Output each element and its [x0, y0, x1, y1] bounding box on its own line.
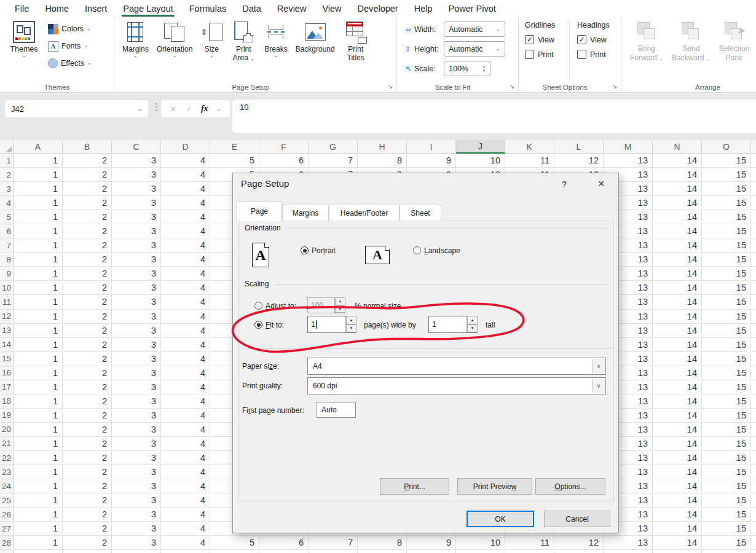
cell-C2[interactable]: 3: [112, 168, 161, 182]
cell-C11[interactable]: 3: [112, 295, 161, 309]
cell-partial[interactable]: [751, 366, 756, 380]
row-header-29[interactable]: 29: [0, 550, 14, 553]
row-header-20[interactable]: 20: [0, 423, 14, 437]
ribbon-tab-developer[interactable]: Developer: [350, 0, 406, 17]
cell-A8[interactable]: 1: [14, 253, 63, 267]
cell-C8[interactable]: 3: [112, 253, 161, 267]
cell-A17[interactable]: 1: [14, 380, 63, 394]
options-button[interactable]: Options...: [535, 478, 605, 495]
cell-K1[interactable]: 11: [505, 154, 554, 168]
chevron-down-icon[interactable]: ⌄: [217, 106, 221, 112]
cell-F28[interactable]: 6: [259, 536, 309, 550]
cell-B25[interactable]: 2: [63, 493, 112, 508]
cell-A29[interactable]: 1: [14, 550, 63, 553]
column-header-N[interactable]: N: [653, 140, 702, 154]
cell-D2[interactable]: 4: [161, 168, 210, 182]
cell-C18[interactable]: 3: [112, 394, 161, 409]
cell-D10[interactable]: 4: [161, 281, 210, 295]
cell-C5[interactable]: 3: [112, 210, 161, 224]
cell-J28[interactable]: 10: [456, 536, 505, 550]
column-header-O[interactable]: O: [702, 140, 751, 154]
row-header-15[interactable]: 15: [0, 352, 14, 366]
cell-D7[interactable]: 4: [161, 238, 210, 253]
cell-G1[interactable]: 7: [309, 154, 358, 168]
cell-B21[interactable]: 2: [63, 437, 112, 451]
row-header-17[interactable]: 17: [0, 380, 14, 394]
cell-partial[interactable]: [751, 394, 756, 409]
cell-C28[interactable]: 3: [112, 536, 161, 550]
column-header-D[interactable]: D: [161, 140, 210, 154]
cell-C17[interactable]: 3: [112, 380, 161, 394]
cell-M28[interactable]: 13: [604, 536, 653, 550]
effects-button[interactable]: Effects ⌄: [48, 57, 92, 70]
adjust-to-spinner[interactable]: 100 ▲▼: [307, 297, 345, 313]
cell-B24[interactable]: 2: [63, 479, 112, 493]
cell-B19[interactable]: 2: [63, 409, 112, 423]
cell-partial[interactable]: [751, 310, 756, 324]
cell-partial[interactable]: [751, 267, 756, 281]
row-header-22[interactable]: 22: [0, 451, 14, 465]
cell-I28[interactable]: 9: [407, 536, 456, 550]
tab-margins[interactable]: Margins: [282, 205, 329, 221]
cell-O10[interactable]: 15: [702, 281, 751, 295]
cell-partial[interactable]: [751, 465, 756, 479]
print-titles-button[interactable]: Print Titles: [340, 20, 372, 80]
cell-C13[interactable]: 3: [112, 324, 161, 338]
cell-O6[interactable]: 15: [702, 224, 751, 238]
cell-N4[interactable]: 14: [653, 196, 702, 210]
cell-A1[interactable]: 1: [14, 154, 63, 168]
column-header-C[interactable]: C: [112, 140, 161, 154]
cell-D25[interactable]: 4: [161, 493, 210, 508]
cell-O15[interactable]: 15: [702, 352, 751, 366]
cell-partial[interactable]: [751, 550, 756, 553]
cell-N2[interactable]: 14: [653, 168, 702, 182]
cell-O14[interactable]: 15: [702, 338, 751, 352]
cell-partial[interactable]: [751, 380, 756, 394]
cell-partial[interactable]: [751, 437, 756, 451]
cell-partial[interactable]: [751, 154, 756, 168]
cell-partial[interactable]: [751, 409, 756, 423]
cell-O20[interactable]: 15: [702, 423, 751, 437]
print-quality-dropdown[interactable]: 600 dpi ∨: [307, 377, 606, 394]
cell-C4[interactable]: 3: [112, 196, 161, 210]
cell-partial[interactable]: [751, 210, 756, 224]
close-icon[interactable]: ✕: [588, 176, 614, 192]
cell-partial[interactable]: [751, 536, 756, 550]
cell-B3[interactable]: 2: [63, 182, 112, 196]
cell-A12[interactable]: 1: [14, 310, 63, 324]
cell-N15[interactable]: 14: [653, 352, 702, 366]
column-header-K[interactable]: K: [505, 140, 554, 154]
cell-D21[interactable]: 4: [161, 437, 210, 451]
cell-C19[interactable]: 3: [112, 409, 161, 423]
cell-D22[interactable]: 4: [161, 451, 210, 465]
chevron-down-icon[interactable]: ⌄: [137, 106, 142, 112]
cell-A3[interactable]: 1: [14, 182, 63, 196]
cell-B22[interactable]: 2: [63, 451, 112, 465]
fit-to-label[interactable]: Fit to:: [266, 321, 284, 329]
column-header-B[interactable]: B: [63, 140, 112, 154]
cell-C24[interactable]: 3: [112, 479, 161, 493]
gridlines-view-checkbox[interactable]: ✓ View: [525, 35, 569, 44]
cell-O22[interactable]: 15: [702, 451, 751, 465]
cell-D1[interactable]: 4: [161, 154, 210, 168]
cell-partial[interactable]: [751, 224, 756, 238]
cell-A28[interactable]: 1: [14, 536, 63, 550]
portrait-radio[interactable]: [301, 246, 309, 254]
ok-button[interactable]: OK: [467, 511, 534, 527]
cell-B20[interactable]: 2: [63, 423, 112, 437]
cell-B18[interactable]: 2: [63, 394, 112, 409]
cell-D12[interactable]: 4: [161, 310, 210, 324]
cell-C12[interactable]: 3: [112, 310, 161, 324]
cell-C3[interactable]: 3: [112, 182, 161, 196]
cell-B26[interactable]: 2: [63, 508, 112, 522]
cell-B12[interactable]: 2: [63, 310, 112, 324]
cell-N25[interactable]: 14: [653, 493, 702, 508]
cell-C20[interactable]: 3: [112, 423, 161, 437]
cell-N22[interactable]: 14: [653, 451, 702, 465]
cell-B17[interactable]: 2: [63, 380, 112, 394]
cell-D14[interactable]: 4: [161, 338, 210, 352]
cell-D26[interactable]: 4: [161, 508, 210, 522]
cell-A21[interactable]: 1: [14, 437, 63, 451]
cell-O2[interactable]: 15: [702, 168, 751, 182]
row-header-25[interactable]: 25: [0, 493, 14, 508]
